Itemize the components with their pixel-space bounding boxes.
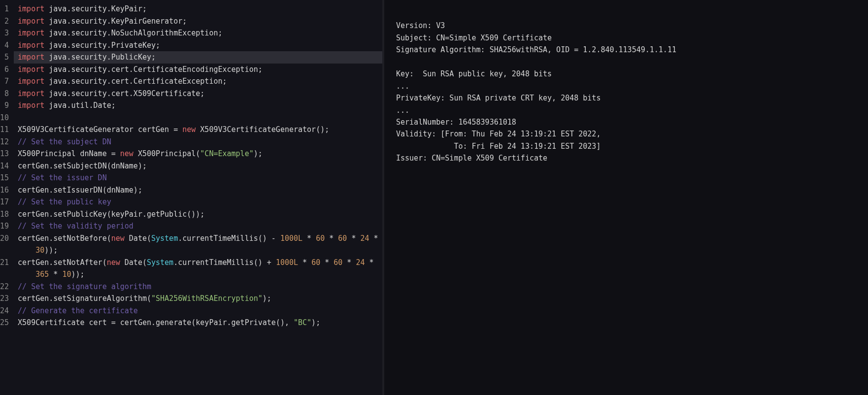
code-line[interactable]: // Generate the certificate (18, 305, 382, 317)
line-number: 23 (0, 293, 9, 305)
code-area[interactable]: import java.security.KeyPair;import java… (14, 0, 382, 395)
token-id: java.util.Date; (44, 101, 116, 110)
token-kw: import (18, 53, 44, 62)
line-number: 11 (0, 124, 9, 136)
token-kw: new (182, 125, 196, 134)
token-id: )); (71, 270, 84, 279)
code-line[interactable]: // Set the issuer DN (18, 172, 382, 184)
line-number: 9 (0, 99, 9, 112)
code-line[interactable]: X509V3CertificateGenerator certGen = new… (18, 124, 382, 136)
token-id: java.security.KeyPairGenerator; (44, 17, 187, 26)
line-number: 20 (0, 232, 9, 245)
line-number-gutter: 1234567891011121314151617181920212223242… (0, 0, 14, 395)
token-id (18, 270, 35, 279)
code-line[interactable]: import java.security.KeyPairGenerator; (18, 15, 382, 28)
token-id: ); (311, 318, 320, 327)
line-number: 17 (0, 196, 9, 208)
token-id: .currentTimeMillis() - (178, 234, 280, 243)
token-num: 30 (35, 246, 44, 255)
token-sys: System (147, 258, 173, 267)
token-id: * (49, 270, 62, 279)
token-kw: import (18, 41, 44, 50)
line-number: 25 (0, 317, 9, 329)
token-id: java.security.KeyPair; (44, 4, 147, 13)
line-number: 18 (0, 208, 9, 221)
token-cmt: // Set the signature algorithm (18, 282, 151, 291)
code-line[interactable]: certGen.setSignatureAlgorithm("SHA256Wit… (18, 293, 382, 305)
token-kw: import (18, 4, 44, 13)
code-line[interactable]: certGen.setPublicKey(keyPair.getPublic()… (18, 208, 382, 221)
code-line[interactable]: certGen.setIssuerDN(dnName); (18, 184, 382, 197)
token-id: * (365, 258, 378, 267)
token-id: * (342, 258, 356, 267)
code-line[interactable]: certGen.setNotAfter(new Date(System.curr… (18, 257, 382, 269)
code-line[interactable]: // Set the public key (18, 196, 382, 208)
line-number (0, 244, 9, 257)
token-id: certGen.setPublicKey(keyPair.getPublic()… (18, 210, 204, 219)
token-kw: import (18, 101, 44, 110)
code-line[interactable]: 365 * 10)); (18, 268, 382, 281)
code-line[interactable]: certGen.setNotBefore(new Date(System.cur… (18, 232, 382, 245)
token-id: Date( (125, 234, 151, 243)
code-line[interactable]: X509Certificate cert = certGen.generate(… (18, 317, 382, 329)
token-id: X509V3CertificateGenerator(); (196, 125, 329, 134)
token-kw: import (18, 17, 44, 26)
code-line[interactable]: // Set the validity period (18, 220, 382, 232)
line-number: 2 (0, 15, 9, 28)
code-line[interactable]: import java.security.NoSuchAlgorithmExce… (18, 27, 382, 39)
code-line[interactable]: // Set the signature algorithm (18, 281, 382, 293)
output-panel[interactable]: Version: V3 Subject: CN=Simple X509 Cert… (384, 0, 868, 395)
token-id: X500Principal( (134, 149, 200, 158)
token-num: 10 (62, 270, 71, 279)
code-line[interactable]: import java.security.PrivateKey; (18, 39, 382, 52)
token-num: 365 (35, 270, 49, 279)
token-id: * (347, 234, 360, 243)
code-line[interactable]: certGen.setSubjectDN(dnName); (18, 160, 382, 172)
token-num: 60 (334, 258, 342, 267)
token-id: * (298, 258, 311, 267)
token-id: * (369, 234, 382, 243)
token-kw: new (120, 149, 134, 158)
token-id (18, 246, 35, 255)
token-num: 60 (311, 258, 320, 267)
line-number: 13 (0, 148, 9, 160)
token-id: certGen.setNotBefore( (18, 234, 111, 243)
line-number (0, 268, 9, 281)
code-editor[interactable]: 1234567891011121314151617181920212223242… (0, 0, 382, 395)
token-sys: System (151, 234, 178, 243)
app-root: 1234567891011121314151617181920212223242… (0, 0, 868, 395)
code-line[interactable]: import java.security.cert.CertificateEnc… (18, 64, 382, 76)
token-id: certGen.setNotAfter( (18, 258, 107, 267)
token-id: java.security.PrivateKey; (44, 41, 160, 50)
code-line[interactable]: import java.security.cert.CertificateExc… (18, 75, 382, 88)
token-num: 60 (338, 234, 347, 243)
code-line[interactable]: import java.security.KeyPair; (18, 3, 382, 15)
code-line[interactable]: import java.util.Date; (18, 99, 382, 112)
code-line[interactable]: import java.security.PublicKey; (14, 51, 382, 64)
token-cmt: // Set the subject DN (18, 137, 111, 146)
token-id: java.security.NoSuchAlgorithmException; (44, 29, 222, 37)
token-kw: import (18, 65, 44, 74)
code-line[interactable] (18, 112, 382, 124)
token-id: )); (44, 246, 58, 255)
code-line[interactable]: // Set the subject DN (18, 136, 382, 148)
code-line[interactable]: X500Principal dnName = new X500Principal… (18, 148, 382, 160)
token-num: 60 (316, 234, 325, 243)
token-cmt: // Set the issuer DN (18, 173, 107, 182)
token-id: X509V3CertificateGenerator certGen = (18, 125, 182, 134)
code-line[interactable]: import java.security.cert.X509Certificat… (18, 88, 382, 100)
code-line[interactable]: 30)); (18, 244, 382, 257)
token-id: ); (254, 149, 263, 158)
line-number: 24 (0, 305, 9, 317)
token-id: java.security.cert.CertificateException; (44, 77, 227, 86)
token-cmt: // Set the validity period (18, 222, 134, 230)
token-cmt: // Generate the certificate (18, 306, 138, 315)
token-cmt: // Set the public key (18, 198, 111, 206)
line-number: 5 (0, 51, 9, 64)
token-kw: import (18, 29, 44, 37)
line-number: 14 (0, 160, 9, 172)
line-number: 22 (0, 281, 9, 293)
token-kw: new (111, 234, 125, 243)
line-number: 7 (0, 75, 9, 88)
token-id: certGen.setSignatureAlgorithm( (18, 294, 151, 303)
